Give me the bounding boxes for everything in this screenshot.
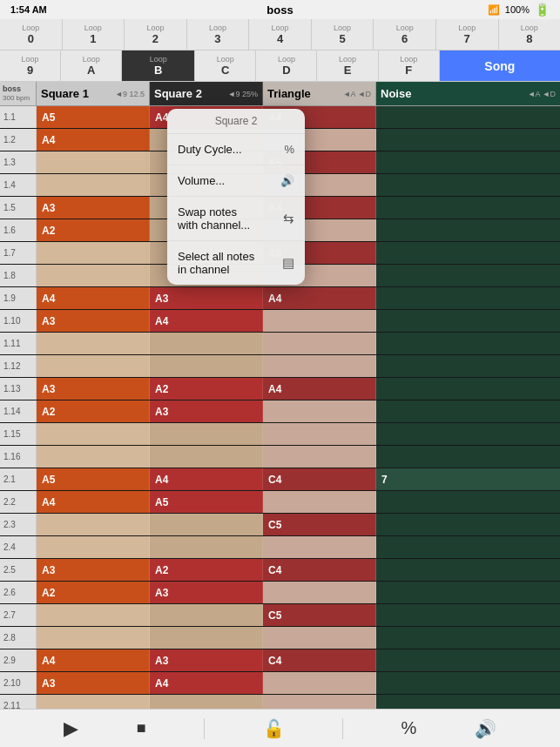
select-label: Select all notesin channel <box>178 250 254 276</box>
select-icon: ▤ <box>282 255 294 271</box>
duty-icon: % <box>284 143 294 156</box>
context-menu: Square 2 Duty Cycle... % Volume... 🔊 Swa… <box>167 109 305 285</box>
volume-menu-icon: 🔊 <box>280 174 294 187</box>
context-menu-item-volume[interactable]: Volume... 🔊 <box>167 165 305 197</box>
swap-label: Swap noteswith channel... <box>178 205 250 232</box>
swap-icon: ⇆ <box>283 211 294 226</box>
context-menu-item-swap[interactable]: Swap noteswith channel... ⇆ <box>167 197 305 241</box>
context-menu-title: Square 2 <box>167 109 305 134</box>
volume-label: Volume... <box>178 174 225 187</box>
context-menu-item-select[interactable]: Select all notesin channel ▤ <box>167 241 305 285</box>
duty-label: Duty Cycle... <box>178 143 242 156</box>
context-menu-item-duty[interactable]: Duty Cycle... % <box>167 134 305 165</box>
